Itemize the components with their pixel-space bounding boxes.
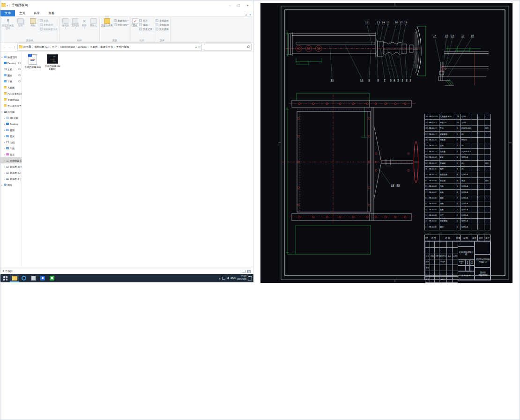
address-dropdown-icon[interactable]: ▾ <box>195 45 197 49</box>
taskbar-app-button-3[interactable] <box>47 274 57 282</box>
taskbar-explorer-button[interactable] <box>10 274 19 282</box>
tray-expand-icon[interactable]: ∧ <box>219 277 221 280</box>
sidebar-item-pc-desktop[interactable]: ▸Desktop <box>0 121 22 127</box>
forward-button[interactable]: → <box>7 45 12 49</box>
breadcrumb-drive-c[interactable]: 本地磁盘 (C:) <box>33 45 50 49</box>
volume-icon[interactable] <box>227 277 229 280</box>
ribbon-tabs: 文件 主页 共享 查看 ∧ ? <box>0 10 253 17</box>
up-button[interactable]: ↑ <box>12 45 17 49</box>
copy-button[interactable]: 复制 <box>14 17 27 27</box>
sidebar-item-drive-c[interactable]: ▸本地磁盘 (C:) <box>0 157 22 163</box>
invert-selection-button[interactable]: 反向选择 <box>156 27 169 31</box>
breadcrumb-current[interactable]: 手动挡板阀 <box>116 45 130 49</box>
thumbnail-view-toggle[interactable] <box>247 270 251 273</box>
breadcrumb-users[interactable]: 用户 <box>52 45 58 49</box>
sidebar-this-pc[interactable]: ▾此电脑 <box>0 109 22 115</box>
tab-view[interactable]: 查看 <box>44 10 59 16</box>
search-input[interactable] <box>204 44 252 51</box>
group-label-select: 选择 <box>155 38 169 42</box>
copy-path-button[interactable]: 复制路径 <box>40 22 58 27</box>
stage-mark-label: 阶段标记 <box>458 260 465 265</box>
history-button[interactable]: 历史记录 <box>139 27 152 31</box>
sidebar-item-3d-objects[interactable]: ▸3D 对象 <box>0 115 22 121</box>
file-name: 手动挡板阀.dwg <box>24 66 41 68</box>
sidebar-item-videos[interactable]: ▸视频 <box>0 127 22 133</box>
ribbon-group-open: ✓ 属性 打开 编辑 历史记录 打开 <box>130 17 154 42</box>
documents-icon <box>4 68 7 70</box>
copy-to-button[interactable]: 复制到▾ <box>70 17 80 29</box>
sidebar-item-pc-pictures[interactable]: ▸图片 <box>0 133 22 139</box>
maximize-button[interactable]: □ <box>234 1 243 9</box>
close-button[interactable]: × <box>243 1 252 9</box>
new-item-button[interactable]: 新建项目▾ <box>114 18 128 22</box>
ribbon-collapse-icon[interactable]: ∧ <box>245 13 247 16</box>
sidebar-item-music[interactable]: ▸音乐 <box>0 151 22 157</box>
tab-file[interactable]: 文件 <box>0 10 15 16</box>
breadcrumb-folder-1[interactable]: 凡素图 <box>89 45 98 49</box>
minimize-button[interactable]: – <box>225 1 234 9</box>
address-bar[interactable]: 此电脑› 本地磁盘 (C:)› 用户› Administrator› Deskt… <box>17 44 202 51</box>
network-icon <box>4 184 7 186</box>
taskbar-app-button-2[interactable] <box>38 274 47 282</box>
language-indicator[interactable]: ENG <box>230 277 236 280</box>
new-folder-button[interactable]: 新建文件夹 <box>101 17 113 27</box>
back-button[interactable]: ← <box>2 45 7 49</box>
properties-button[interactable]: ✓ 属性 <box>131 17 139 27</box>
sidebar-item-folder-1[interactable]: 凡素图 <box>0 84 22 90</box>
bmp-file-icon <box>47 54 58 64</box>
clock[interactable]: 15:02 2021/3/29 <box>237 275 246 280</box>
folder-icon <box>1 3 6 7</box>
breadcrumb-this-pc[interactable]: 此电脑 <box>23 45 32 49</box>
title-block: 标记处数分区更改文件号签名年月日设计标准化审核工艺批准 环保设备有限公司 阶段标… <box>424 241 490 280</box>
select-all-button[interactable]: 全部选择 <box>156 18 169 22</box>
taskbar-browser-button[interactable] <box>19 274 29 282</box>
file-item-dwg[interactable]: 手动挡板阀.dwg <box>24 54 42 68</box>
pin-icon <box>18 62 21 64</box>
notification-center-icon[interactable] <box>248 276 252 280</box>
tab-share[interactable]: 共享 <box>30 10 44 16</box>
open-button[interactable]: 打开 <box>139 18 152 22</box>
sidebar-item-drive-f[interactable]: ▸新加卷 (F:) <box>0 176 22 182</box>
quick-access-toolbar[interactable]: ▾ | <box>1 3 10 7</box>
sidebar-item-drive-d[interactable]: ▸新加卷 (D:) <box>0 163 22 169</box>
sidebar-item-folder-3[interactable]: 金票明细表 <box>0 96 22 103</box>
screen: ▾ | 手动挡板阀 – □ × 文件 主页 共享 查看 ∧ ? <box>0 0 520 420</box>
pin-to-quick-access-button[interactable]: 固定到快速访问 <box>1 17 14 30</box>
move-to-button[interactable]: 移动到▾ <box>60 17 70 29</box>
sidebar-item-drive-e[interactable]: ▸新加卷 (E:) <box>0 169 22 176</box>
breadcrumb-desktop[interactable]: Desktop <box>77 45 88 48</box>
refresh-icon[interactable]: ↻ <box>198 45 201 49</box>
pictures-icon <box>6 135 9 137</box>
tab-home[interactable]: 主页 <box>15 10 30 16</box>
svg-text:9: 9 <box>368 79 370 81</box>
breadcrumb-administrator[interactable]: Administrator <box>59 45 75 48</box>
taskbar-app-button-1[interactable] <box>29 274 38 282</box>
select-none-button[interactable]: 全部取消 <box>156 22 169 27</box>
display-icon[interactable] <box>222 277 225 280</box>
paste-button[interactable]: 粘贴 <box>27 17 39 27</box>
pin-icon <box>18 74 21 76</box>
sidebar-item-folder-2[interactable]: 汽车设置图(金票) <box>0 90 22 96</box>
rename-button[interactable]: 重命名 <box>89 17 98 27</box>
sidebar-quick-access[interactable]: ▾快速访问 <box>0 54 22 60</box>
sidebar-item-pc-downloads[interactable]: ▸下载 <box>0 145 22 151</box>
sidebar-item-pc-documents[interactable]: ▸文档 <box>0 139 22 145</box>
cut-button[interactable]: 剪切 <box>40 18 58 22</box>
qat-customize-arrow-icon[interactable]: ▾ <box>7 4 8 7</box>
paste-shortcut-button[interactable]: 粘贴快捷方式 <box>40 27 58 31</box>
easy-access-button[interactable]: 轻松访问▾ <box>114 22 128 27</box>
details-view-toggle[interactable] <box>242 270 245 273</box>
copy-to-icon <box>72 18 78 24</box>
help-icon[interactable]: ? <box>250 14 251 16</box>
sidebar-item-pictures[interactable]: 图片 <box>0 72 22 78</box>
breadcrumb-folder-2[interactable]: 新建文件夹 <box>100 45 114 49</box>
edit-button[interactable]: 编辑 <box>139 22 152 27</box>
sidebar-item-documents[interactable]: 文档 <box>0 66 22 72</box>
sidebar-item-desktop[interactable]: Desktop <box>0 60 22 66</box>
start-button[interactable] <box>0 274 10 282</box>
sidebar-item-folder-4[interactable]: 十二星座符号 <box>0 103 22 109</box>
delete-button[interactable]: × 删除▾ <box>80 17 89 29</box>
sidebar-network[interactable]: ▸网络 <box>0 182 22 188</box>
sidebar-item-downloads[interactable]: 下载 <box>0 78 22 84</box>
file-item-bmp[interactable]: 手动挡板阀.dwg.BMP <box>44 54 61 70</box>
